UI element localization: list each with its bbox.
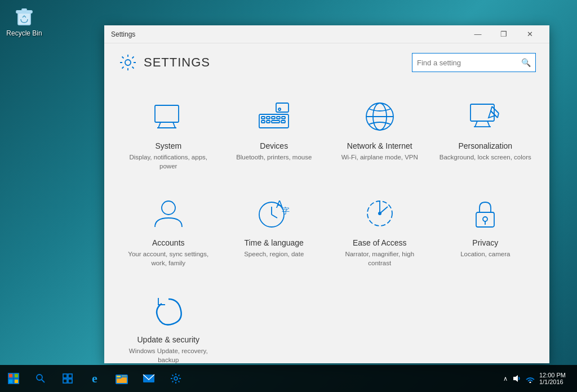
accounts-name: Accounts <box>152 238 185 247</box>
svg-rect-18 <box>276 103 288 112</box>
edge-app[interactable]: e <box>81 365 108 392</box>
svg-point-59 <box>529 382 531 384</box>
window-title: Settings <box>111 30 465 38</box>
show-desktop[interactable] <box>570 367 572 390</box>
privacy-name: Privacy <box>472 238 498 247</box>
mail-app[interactable] <box>135 365 162 392</box>
svg-line-30 <box>498 113 499 118</box>
network-desc: Wi-Fi, airplane mode, VPN <box>341 153 418 162</box>
settings-title-area: SETTINGS <box>118 52 210 73</box>
minimize-button[interactable]: — <box>465 25 491 43</box>
svg-text:字: 字 <box>282 206 290 215</box>
recycle-bin-icon[interactable]: Recycle Bin <box>5 5 44 37</box>
svg-line-28 <box>491 106 492 111</box>
personalization-name: Personalization <box>458 141 512 150</box>
update-name: Update & security <box>137 335 200 344</box>
volume-icon[interactable] <box>512 374 521 383</box>
svg-rect-9 <box>261 117 265 119</box>
svg-rect-12 <box>277 117 280 119</box>
svg-rect-10 <box>267 117 270 119</box>
svg-line-34 <box>272 215 277 218</box>
close-button[interactable]: ✕ <box>517 25 543 43</box>
svg-point-19 <box>278 108 281 110</box>
time-name: Time & language <box>245 238 304 247</box>
search-input[interactable] <box>417 59 521 67</box>
tray-time: 12:00 PM1/1/2016 <box>539 372 566 385</box>
settings-app[interactable] <box>162 365 189 392</box>
svg-rect-16 <box>272 121 279 123</box>
network-tray-icon[interactable] <box>526 374 535 383</box>
search-box[interactable]: 🔍 <box>412 53 536 72</box>
taskbar-tray: ∧ 12:00 PM1/1/2016 <box>503 367 577 390</box>
update-desc: Windows Update, recovery, backup <box>122 346 215 363</box>
svg-rect-46 <box>14 379 19 384</box>
system-icon <box>150 99 187 135</box>
svg-rect-13 <box>282 117 285 119</box>
svg-rect-51 <box>63 379 67 383</box>
svg-rect-45 <box>8 379 13 384</box>
task-view-button[interactable] <box>54 365 81 392</box>
devices-setting[interactable]: Devices Bluetooth, printers, mouse <box>221 85 327 182</box>
network-setting[interactable]: Network & Internet Wi-Fi, airplane mode,… <box>327 85 433 182</box>
svg-line-5 <box>158 122 161 128</box>
taskbar-search-button[interactable] <box>27 365 54 392</box>
svg-point-3 <box>125 60 131 65</box>
settings-window: Settings — ❐ ✕ SETTINGS 🔍 <box>104 25 549 363</box>
personalization-setting[interactable]: Personalization Background, lock screen,… <box>433 85 539 182</box>
search-icon: 🔍 <box>521 58 531 67</box>
system-setting[interactable]: System Display, notifications, apps, pow… <box>116 85 221 182</box>
settings-header: SETTINGS 🔍 <box>104 43 549 79</box>
svg-rect-44 <box>14 373 19 378</box>
svg-point-57 <box>174 377 177 380</box>
personalization-desc: Background, lock screen, colors <box>440 153 531 162</box>
devices-icon <box>256 99 292 135</box>
maximize-button[interactable]: ❐ <box>491 25 517 43</box>
svg-rect-11 <box>272 117 275 119</box>
ease-setting[interactable]: Ease of Access Narrator, magnifier, high… <box>327 182 433 279</box>
start-button[interactable] <box>0 365 27 392</box>
svg-point-31 <box>162 201 175 215</box>
svg-point-39 <box>378 212 381 215</box>
accounts-desc: Your account, sync settings, work, famil… <box>122 250 215 268</box>
svg-rect-55 <box>116 375 121 378</box>
svg-line-6 <box>173 122 175 128</box>
accounts-icon <box>150 195 187 231</box>
svg-line-48 <box>42 380 45 382</box>
privacy-icon <box>467 195 503 231</box>
svg-marker-58 <box>513 375 518 382</box>
svg-rect-50 <box>68 374 72 378</box>
system-name: System <box>155 141 181 150</box>
update-icon <box>150 292 187 328</box>
svg-rect-17 <box>281 121 285 123</box>
svg-rect-4 <box>155 105 179 122</box>
accounts-setting[interactable]: Accounts Your account, sync settings, wo… <box>116 182 221 279</box>
time-desc: Speech, region, date <box>244 250 304 259</box>
time-setting[interactable]: A 字 Time & language Speech, region, date <box>221 182 327 279</box>
ease-icon <box>362 195 398 231</box>
privacy-setting[interactable]: Privacy Location, camera <box>433 182 539 279</box>
svg-line-25 <box>487 121 490 127</box>
update-setting[interactable]: Update & security Windows Update, recove… <box>116 279 221 363</box>
time-icon: A 字 <box>256 195 292 231</box>
recycle-bin-label: Recycle Bin <box>6 29 42 37</box>
ease-desc: Narrator, magnifier, high contrast <box>334 250 426 268</box>
taskbar-apps: e <box>81 365 189 392</box>
svg-rect-2 <box>22 9 26 11</box>
window-controls: — ❐ ✕ <box>465 25 543 43</box>
personalization-icon <box>467 99 503 135</box>
svg-rect-43 <box>8 373 13 378</box>
svg-rect-49 <box>63 374 67 378</box>
desktop: Recycle Bin Settings — ❐ ✕ SETTINGS <box>0 0 577 392</box>
network-icon <box>362 99 398 135</box>
privacy-desc: Location, camera <box>460 250 510 259</box>
svg-point-41 <box>483 217 487 221</box>
network-name: Network & Internet <box>347 141 412 150</box>
gear-icon <box>118 52 138 73</box>
tray-chevron[interactable]: ∧ <box>503 375 508 382</box>
svg-line-27 <box>492 106 499 113</box>
recycle-bin-image <box>13 5 35 27</box>
devices-desc: Bluetooth, printers, mouse <box>236 153 312 162</box>
svg-rect-15 <box>267 121 270 123</box>
system-desc: Display, notifications, apps, power <box>122 153 215 171</box>
file-explorer-app[interactable] <box>108 365 135 392</box>
